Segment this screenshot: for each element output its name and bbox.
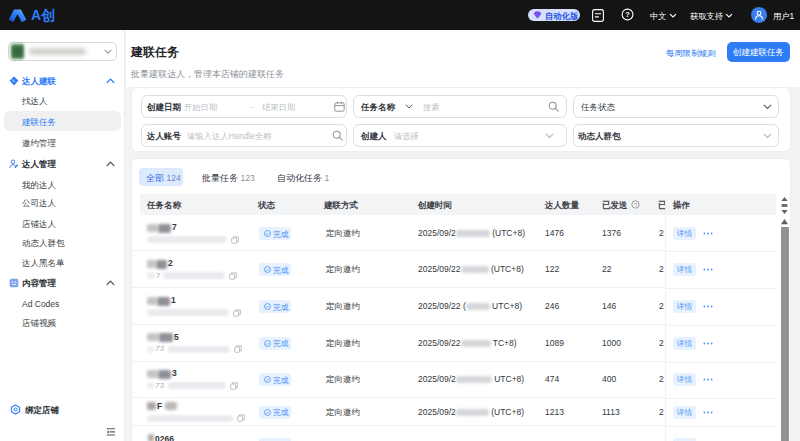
svg-text:?: ? [625,10,630,19]
svg-text:?: ? [634,202,637,208]
